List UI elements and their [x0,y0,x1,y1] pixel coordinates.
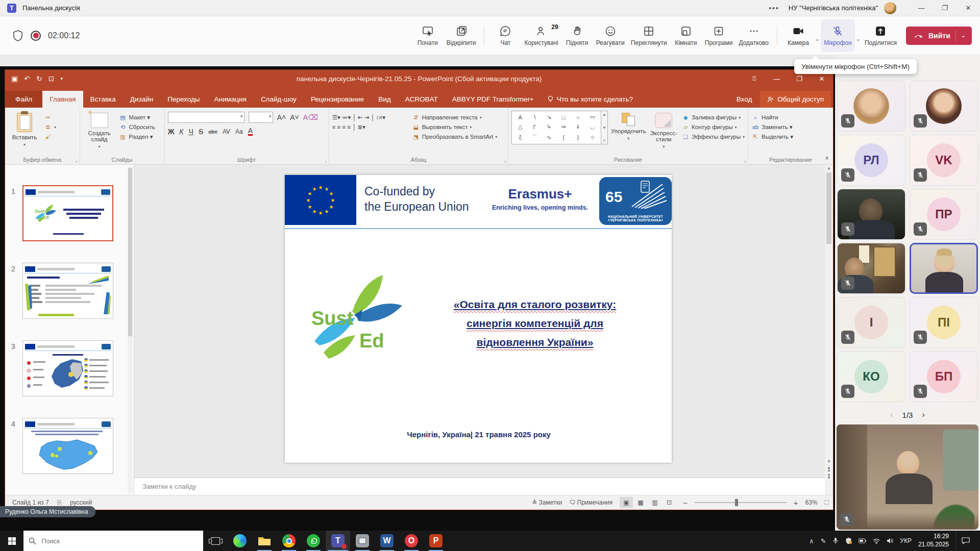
participant-tile-ПІ[interactable]: ПІ [910,297,978,348]
participant-tile-КО[interactable]: КО [837,351,905,402]
unpin-button[interactable]: Відкріпити [444,19,479,52]
slide-number-status[interactable]: Слайд 1 из 7 [12,499,49,506]
new-slide-button[interactable]: Создать слайд▾ [83,111,116,154]
taskbar-app-whatsapp[interactable] [301,531,326,551]
start-presenting-button[interactable]: Почати [412,19,444,52]
text-direction-button[interactable]: ⇵Направление текста▾ [412,114,498,121]
participant-tile-БП[interactable]: БП [910,351,978,402]
participants-button[interactable]: 29 Користувачі [521,19,561,52]
participant-tile-РЛ[interactable]: РЛ [837,135,905,186]
react-button[interactable]: Реагувати [593,19,628,52]
fit-slide-button[interactable]: ⛶ [825,499,829,506]
select-button[interactable]: ⇱Выделить ▾ [751,133,793,140]
zoom-slider[interactable] [695,502,787,503]
bullets-row[interactable]: ☰▾ ≔▾ │ ⇤ ⇥ │ ↕≡▾ [332,114,409,121]
slide-sorter-view-button[interactable]: ▦ [634,497,647,508]
slide-thumbnail-2[interactable] [22,263,113,319]
font-size-combo[interactable] [249,112,273,123]
taskbar-app-edge[interactable] [228,531,252,551]
copy-button[interactable]: ⧉▾ [44,123,56,131]
change-case-button[interactable]: Aa [235,128,243,135]
find-button[interactable]: ⌕Найти [751,114,793,121]
canvas-scrollbar[interactable]: ▲ ▼▲▲▼▼ [825,165,833,482]
participant-tile-video-office[interactable] [837,243,905,294]
paste-button[interactable]: Вставить▾ [8,111,41,154]
save-icon[interactable]: ▣ [11,74,18,83]
slide-thumbnail-4[interactable] [22,418,113,474]
strikethrough-button[interactable]: S [199,128,203,136]
slide-thumbnail-1[interactable]: SustEd [22,185,113,241]
undo-icon[interactable]: ↶ [24,74,30,83]
tray-shield-icon[interactable] [845,537,852,544]
reading-view-button[interactable]: ▥ [648,497,662,508]
shapes-gallery-scroll[interactable]: ▲▼≡ [601,111,608,144]
participant-tile-video-off-2[interactable] [910,81,978,132]
tray-expand-icon[interactable]: ∧ [809,537,814,545]
shrink-font-button[interactable]: A˅ [290,113,299,121]
camera-button[interactable]: Камера [782,19,814,52]
more-options-button[interactable]: Додатково [736,19,772,52]
search-input[interactable] [40,537,183,545]
participant-tile-ПР[interactable]: ПР [910,189,978,240]
layout-button[interactable]: ▤Макет ▾ [119,114,155,121]
task-view-button[interactable] [203,531,228,551]
tray-wifi-icon[interactable] [873,538,880,544]
ppt-minimize-button[interactable]: — [766,70,788,87]
tray-mic-icon[interactable] [832,537,839,544]
qat-customize-chevron-icon[interactable]: ▾ [60,76,63,81]
minimize-button[interactable]: — [910,0,933,16]
shape-fill-button[interactable]: ◆Заливка фигуры▾ [681,114,745,121]
close-button[interactable]: ✕ [957,0,980,16]
account-avatar[interactable] [884,2,896,14]
mic-options-chevron-icon[interactable]: ⌄ [856,29,861,42]
tab-view[interactable]: Вид [371,91,398,108]
taskbar-app-chrome[interactable] [277,531,301,551]
collapse-ribbon-icon[interactable]: ∧ [825,155,829,161]
zoom-in-button[interactable]: + [794,498,798,507]
align-row[interactable]: ≡ ≡ ≡ ≡ │ ≣▾ [332,123,409,131]
raise-hand-button[interactable]: Підняти [561,19,593,52]
shapes-gallery[interactable]: A∖↘□○▭ △Γ↳⇒⇓◡ ξ⌒∿{}☆ [511,111,601,144]
taskbar-app-teams[interactable]: T [326,531,350,551]
page-next-icon[interactable]: › [922,410,924,419]
clock[interactable]: 16:29 21.05.2025 [918,533,949,548]
notes-placeholder[interactable]: Заметки к слайду [134,478,825,495]
underline-button[interactable]: Ч [189,128,193,136]
apps-button[interactable]: Програми [702,19,736,52]
clipboard-dialog-launcher-icon[interactable]: ⌟ [75,158,77,163]
participant-tile-video-man[interactable] [837,189,905,240]
thumbnail-scrollbar[interactable] [128,167,133,493]
bold-button[interactable]: Ж [168,128,175,136]
tab-design[interactable]: Дизайн [123,91,160,108]
tab-home[interactable]: Главная [42,91,83,108]
font-color-button[interactable]: А [248,127,253,136]
zoom-out-button[interactable]: − [683,498,688,507]
tray-battery-icon[interactable] [859,538,866,543]
clear-formatting-button[interactable]: A⌫ [303,113,318,121]
ribbon-display-options-icon[interactable]: ⍐ [743,70,766,87]
share-button[interactable]: Поділитися [862,19,900,52]
participant-tile-video-off-1[interactable] [837,81,905,132]
reset-button[interactable]: ⟲Сбросить [119,123,155,131]
tab-slideshow[interactable]: Слайд-шоу [254,91,304,108]
restore-button[interactable]: ❐ [933,0,957,16]
tray-volume-icon[interactable] [887,538,893,544]
cut-button[interactable]: ✂ [44,114,56,121]
paragraph-dialog-launcher-icon[interactable]: ⌟ [504,158,506,163]
leave-options-chevron-icon[interactable]: ⌄ [960,32,970,39]
font-dialog-launcher-icon[interactable]: ⌟ [324,158,326,163]
participant-tile-І[interactable]: І [837,297,905,348]
slide-thumbnail-3[interactable] [22,340,113,396]
current-slide[interactable]: ★★★★ ★★★★ ★★★★ Co-funded bythe European … [285,175,672,463]
rooms-button[interactable]: Кімнати [670,19,702,52]
smartart-button[interactable]: ⬔Преобразовать в SmartArt▾ [412,133,498,140]
participant-tile-VK[interactable]: VK [910,135,978,186]
slideshow-view-button[interactable]: ⊡ [663,497,676,508]
font-name-combo[interactable] [168,112,244,123]
camera-options-chevron-icon[interactable]: ⌄ [815,29,820,42]
taskbar-search[interactable] [23,531,203,551]
char-spacing-button[interactable]: AV [223,128,230,135]
italic-button[interactable]: К [179,128,183,136]
share-document-button[interactable]: Общий доступ [760,91,831,108]
slideshow-from-start-icon[interactable]: ⊡ [48,74,55,83]
